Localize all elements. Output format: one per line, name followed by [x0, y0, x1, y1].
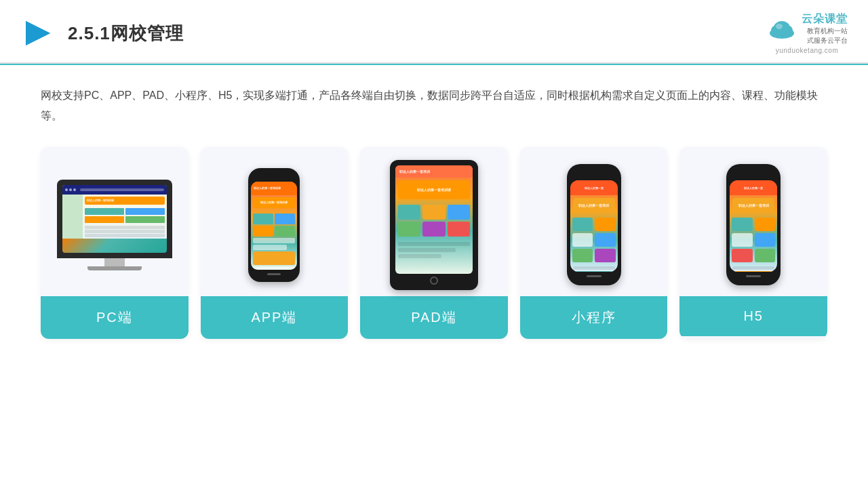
brand-domain: yunduoketang.com: [776, 47, 839, 54]
cards-container: 职达人的第一堂培训课: [41, 147, 827, 339]
logo-arrow-icon: [20, 16, 56, 51]
h5-card: 职达人的第一堂 职达人的第一堂培训: [679, 147, 827, 339]
h5-image-area: 职达人的第一堂 职达人的第一堂培训: [679, 147, 827, 296]
svg-point-6: [776, 24, 783, 29]
cloud-icon: [766, 18, 797, 40]
brand-text-block: 云朵课堂 教育机构一站 式服务云平台: [802, 12, 848, 45]
miniapp-card: 职达人的第一堂 职达人的第一堂培训: [520, 147, 668, 339]
pc-label: PC端: [41, 296, 189, 339]
pc-image-area: 职达人的第一堂培训课: [41, 147, 189, 296]
main-content: 网校支持PC、APP、PAD、小程序、H5，实现多端打通，产品各终端自由切换，数…: [0, 65, 868, 352]
pad-image-area: 职达人的第一堂培训 职达人的第一堂培训课: [360, 147, 508, 296]
brand-name: 云朵课堂: [802, 12, 848, 26]
description-text: 网校支持PC、APP、PAD、小程序、H5，实现多端打通，产品各终端自由切换，数…: [41, 85, 827, 127]
brand-logo: 云朵课堂 教育机构一站 式服务云平台: [766, 12, 848, 45]
pc-monitor-icon: 职达人的第一堂培训课: [57, 180, 172, 270]
miniapp-label: 小程序: [520, 296, 668, 339]
pad-card: 职达人的第一堂培训 职达人的第一堂培训课: [360, 147, 508, 339]
pad-tablet-icon: 职达人的第一堂培训 职达人的第一堂培训课: [390, 160, 478, 290]
pc-card: 职达人的第一堂培训课: [41, 147, 189, 339]
page-title: 2.5.1网校管理: [68, 22, 184, 45]
app-phone-icon: 职达人的第一堂培训课 职达人的第一堂培训课: [248, 168, 300, 282]
app-label: APP端: [201, 296, 349, 339]
app-card: 职达人的第一堂培训课 职达人的第一堂培训课: [201, 147, 349, 339]
h5-phone-icon: 职达人的第一堂 职达人的第一堂培训: [726, 164, 781, 285]
header-right: 云朵课堂 教育机构一站 式服务云平台 yunduoketang.com: [766, 12, 848, 54]
header: 2.5.1网校管理 云朵课堂 教育机构一站 式服务云平台 yunduoketan…: [0, 0, 868, 64]
brand-tagline: 教育机构一站 式服务云平台: [802, 26, 848, 45]
miniapp-phone-icon: 职达人的第一堂 职达人的第一堂培训: [567, 164, 621, 285]
header-left: 2.5.1网校管理: [20, 16, 184, 51]
miniapp-image-area: 职达人的第一堂 职达人的第一堂培训: [520, 147, 668, 296]
pad-label: PAD端: [360, 296, 508, 339]
app-image-area: 职达人的第一堂培训课 职达人的第一堂培训课: [201, 147, 349, 296]
h5-label: H5: [679, 296, 827, 336]
svg-marker-1: [26, 21, 50, 45]
